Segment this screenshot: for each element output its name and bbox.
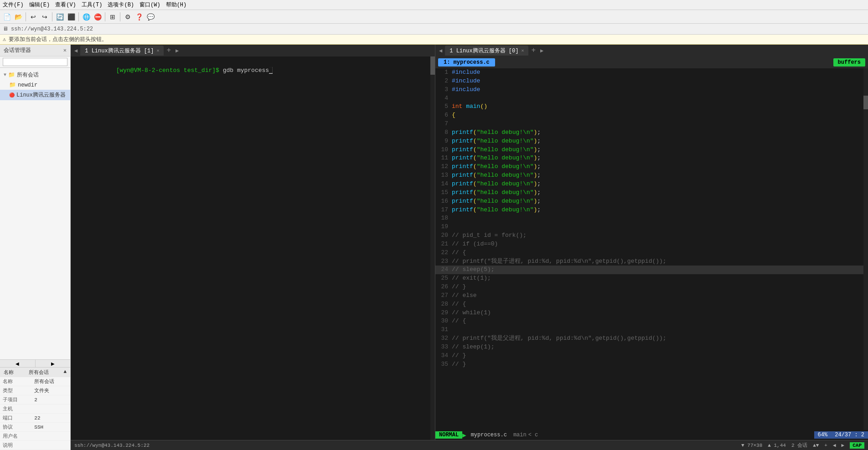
tab-right-arrow[interactable]: ▶ — [174, 47, 181, 54]
toolbar-sep-2 — [52, 12, 52, 21]
search-input[interactable] — [3, 58, 67, 66]
menu-view[interactable]: 查看(V) — [55, 1, 76, 9]
prop-row: 名称所有会话 — [0, 377, 70, 386]
redo-button[interactable]: ↪ — [40, 12, 50, 22]
scroll-right-btn[interactable]: ▶ — [36, 360, 71, 367]
session-props-header: 名称 所有会话 ▲ — [0, 368, 70, 377]
vim-percent: 64% — [814, 431, 832, 439]
scroll-left-btn[interactable]: ◀ — [0, 360, 36, 367]
line-number: 22 — [435, 249, 452, 257]
chat-button[interactable]: 💬 — [145, 12, 155, 22]
left-scrollbar[interactable] — [430, 56, 435, 440]
vim-pos-arrow: < c — [528, 432, 538, 438]
tab-add-btn[interactable]: + — [165, 46, 173, 55]
right-tab-close[interactable]: ✕ — [521, 48, 524, 53]
connect-button[interactable]: 🌐 — [81, 12, 91, 22]
terminal-prompt: [wyn@VM-8-2-centos test_dir]$ — [116, 67, 219, 74]
prop-key: 用户名 — [0, 432, 31, 441]
status-ssh: ssh://wyn@43.143.224.5:22 — [74, 443, 150, 448]
open-button[interactable]: 📂 — [13, 12, 23, 22]
prop-value: 文件夹 — [31, 386, 70, 395]
left-tab-active[interactable]: 1 Linux腾讯云服务器 [1] ✕ — [80, 46, 164, 56]
tree-label-all: 所有会话 — [17, 71, 39, 79]
right-tab-left-arrow[interactable]: ◀ — [437, 47, 444, 54]
line-number: 8 — [435, 128, 452, 137]
settings-button[interactable]: ⚙ — [123, 12, 133, 22]
line-content: printf("hello debug!\n"); — [452, 206, 863, 215]
menu-edit[interactable]: 编辑(E) — [29, 1, 50, 9]
line-content: // { — [452, 300, 863, 309]
menu-window[interactable]: 窗口(W) — [140, 1, 160, 9]
prop-key: 名称 — [0, 377, 31, 386]
line-content: // exit(1); — [452, 274, 863, 283]
disconnect-button[interactable]: ⛔ — [93, 12, 103, 22]
left-terminal-content[interactable]: [wyn@VM-8-2-centos test_dir]$ gdb myproc… — [71, 56, 430, 440]
status-nav-left[interactable]: ◀ — [833, 442, 836, 448]
status-nav-right[interactable]: ▶ — [842, 442, 845, 448]
vim-line: 14 printf("hello debug!\n"); — [435, 180, 863, 189]
vim-line: 18 — [435, 214, 863, 223]
stop-button[interactable]: ⬛ — [66, 12, 76, 22]
help-icon-button[interactable]: ❓ — [134, 12, 144, 22]
vim-line: 12 printf("hello debug!\n"); — [435, 163, 863, 171]
line-content: // } — [452, 283, 863, 291]
props-expand-icon[interactable]: ▲ — [63, 369, 67, 376]
line-content: // } — [452, 352, 863, 360]
new-button[interactable]: 📄 — [2, 12, 12, 22]
line-number: 13 — [435, 171, 452, 180]
vim-lines[interactable]: 1#include 2#include 3#include 45int main… — [435, 68, 863, 430]
right-tab-add-btn[interactable]: + — [529, 46, 537, 55]
vim-filename-tab[interactable]: 1: myprocess.c — [438, 58, 495, 66]
vim-buffers-btn[interactable]: buffers — [833, 58, 865, 66]
sidebar-close-icon[interactable]: ✕ — [63, 47, 67, 54]
vim-line: 15 printf("hello debug!\n"); — [435, 189, 863, 197]
left-tab-close[interactable]: ✕ — [156, 48, 159, 53]
vim-scrollbar[interactable] — [863, 68, 868, 430]
folder-icon: 📁 — [8, 72, 15, 78]
layout-button[interactable]: ⊞ — [108, 12, 118, 22]
tree-item-newdir[interactable]: 📁 newdir — [0, 80, 70, 90]
prop-value — [31, 404, 70, 414]
line-number: 31 — [435, 326, 452, 334]
line-content: // sleep(5); — [452, 266, 863, 274]
vim-line: 11 printf("hello debug!\n"); — [435, 154, 863, 163]
left-tab-label: 1 Linux腾讯云服务器 [1] — [85, 47, 154, 55]
right-tab-right-arrow[interactable]: ▶ — [538, 47, 545, 54]
line-content: printf("hello debug!\n"); — [452, 180, 863, 189]
tree-item-linux-server[interactable]: 🔴 Linux腾讯云服务器 — [0, 90, 70, 100]
toolbar-sep-3 — [78, 12, 79, 21]
menu-tabs[interactable]: 选项卡(B) — [108, 1, 134, 9]
vim-line: 16 printf("hello debug!\n"); — [435, 197, 863, 206]
vim-line: 28// { — [435, 300, 863, 309]
vim-line: 8 printf("hello debug!\n"); — [435, 128, 863, 137]
line-content: #include — [452, 86, 863, 94]
line-number: 33 — [435, 343, 452, 352]
vim-line: 22// { — [435, 249, 863, 257]
vim-lineinfo: 24/37 : 2 — [831, 431, 868, 439]
menu-help[interactable]: 帮助(H) — [166, 1, 187, 9]
menu-file[interactable]: 文件(F) — [3, 1, 24, 9]
prop-row: 主机 — [0, 404, 70, 414]
line-content — [452, 326, 863, 334]
line-number: 10 — [435, 146, 452, 154]
line-number: 12 — [435, 163, 452, 171]
right-tab-active[interactable]: 1 Linux腾讯云服务器 [0] ✕ — [445, 46, 528, 56]
vim-line: 9 printf("hello debug!\n"); — [435, 137, 863, 146]
line-content: int main() — [452, 102, 863, 111]
line-content: printf("hello debug!\n"); — [452, 128, 863, 137]
undo-button[interactable]: ↩ — [28, 12, 38, 22]
status-session-arrows: ▲▼ — [813, 443, 819, 448]
vim-line: 34// } — [435, 352, 863, 360]
prop-key: 端口 — [0, 414, 31, 423]
vim-scroll-thumb — [863, 96, 868, 109]
line-number: 23 — [435, 257, 452, 266]
refresh-button[interactable]: 🔄 — [55, 12, 65, 22]
status-sessions: 2 会话 — [791, 442, 807, 449]
line-number: 11 — [435, 154, 452, 163]
tab-left-arrow[interactable]: ◀ — [72, 47, 79, 54]
status-nav-plus-left[interactable]: + — [824, 443, 827, 448]
line-number: 25 — [435, 274, 452, 283]
line-content: // } — [452, 360, 863, 369]
menu-tools[interactable]: 工具(T) — [82, 1, 103, 9]
tree-item-all-sessions[interactable]: ▼ 📁 所有会话 — [0, 70, 70, 80]
